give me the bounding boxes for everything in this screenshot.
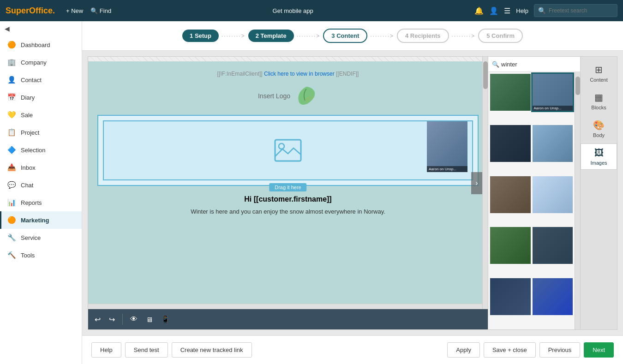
image-panel-vscroll[interactable] bbox=[575, 72, 580, 329]
new-button[interactable]: + New bbox=[66, 7, 83, 14]
app-logo: SuperOffice. bbox=[6, 6, 55, 16]
editor-area: › [[IF:InEmailClient]] Click here to vie… bbox=[82, 51, 623, 335]
sidebar-item-inbox[interactable]: 📥 Inbox bbox=[0, 159, 82, 176]
image-thumb-2[interactable]: Aaron on Unsp... bbox=[533, 74, 573, 111]
sidebar-item-tools[interactable]: 🔨 Tools bbox=[0, 246, 82, 264]
sidebar-item-service[interactable]: 🔧 Service bbox=[0, 229, 82, 246]
find-button[interactable]: 🔍 Find bbox=[90, 7, 111, 14]
toolbar-separator-1 bbox=[122, 314, 123, 325]
inbox-icon: 📥 bbox=[7, 163, 16, 172]
mobile-app-link[interactable]: Get mobile app bbox=[119, 7, 467, 14]
redo-button[interactable]: ↪ bbox=[106, 313, 118, 326]
next-button[interactable]: Next bbox=[584, 342, 614, 358]
menu-icon[interactable]: ☰ bbox=[504, 6, 510, 15]
search-input[interactable] bbox=[549, 7, 613, 14]
email-editor: › [[IF:InEmailClient]] Click here to vie… bbox=[88, 56, 488, 330]
image-grid-container: Aaron on Unsp... bbox=[488, 72, 580, 329]
editor-vscroll[interactable] bbox=[482, 57, 488, 309]
sidebar-item-project[interactable]: 📋 Project bbox=[0, 124, 82, 141]
step-confirm[interactable]: 5 Confirm bbox=[478, 29, 523, 43]
save-close-button[interactable]: Save + close bbox=[484, 342, 536, 358]
panel-body-button[interactable]: 🎨 Body bbox=[581, 116, 617, 142]
panel-content-button[interactable]: ⊞ Content bbox=[581, 60, 617, 86]
preview-button[interactable]: 👁 bbox=[127, 313, 140, 325]
avatar[interactable]: 👤 bbox=[489, 6, 498, 15]
image-thumb-8[interactable] bbox=[533, 227, 573, 264]
step-setup[interactable]: 1 Setup bbox=[182, 30, 219, 42]
sidebar-item-contact[interactable]: 👤 Contact bbox=[0, 71, 82, 89]
apply-button[interactable]: Apply bbox=[447, 342, 480, 358]
bottom-bar: Help Send test Create new tracked link A… bbox=[82, 335, 623, 364]
create-tracked-link-button[interactable]: Create new tracked link bbox=[172, 342, 252, 358]
image-thumb-3[interactable] bbox=[490, 125, 531, 162]
dashboard-icon: 🟠 bbox=[7, 41, 16, 49]
view-in-browser-link[interactable]: Click here to view in browser bbox=[264, 71, 335, 77]
email-header-bar: [[IF:InEmailClient]] Click here to view … bbox=[97, 71, 479, 77]
image-drop-zone[interactable]: Aaron on Unsp... Drag it here bbox=[97, 115, 479, 186]
if-tag-end: [[ENDIF]] bbox=[336, 71, 359, 77]
image-thumb-4[interactable] bbox=[533, 125, 573, 162]
top-navigation: SuperOffice. + New 🔍 Find Get mobile app… bbox=[0, 0, 623, 21]
panel-images-button[interactable]: 🖼 Images bbox=[581, 143, 617, 170]
sidebar-item-sale[interactable]: 💛 Sale bbox=[0, 106, 82, 124]
editor-scroll-area[interactable]: › [[IF:InEmailClient]] Click here to vie… bbox=[88, 57, 488, 309]
help-button[interactable]: Help bbox=[91, 342, 121, 358]
sidebar-item-reports[interactable]: 📊 Reports bbox=[0, 194, 82, 211]
sale-icon: 💛 bbox=[7, 111, 16, 119]
chat-icon: 💬 bbox=[7, 181, 16, 189]
blocks-panel-icon: ▦ bbox=[594, 92, 603, 103]
step-recipients[interactable]: 4 Recipients bbox=[397, 29, 449, 43]
email-body-paragraph: Winter is here and you can enjoy the sno… bbox=[97, 208, 479, 215]
content-panel-icon: ⊞ bbox=[595, 64, 603, 75]
sidebar-item-marketing[interactable]: 🟠 Marketing bbox=[0, 211, 82, 229]
diary-icon: 📅 bbox=[7, 93, 16, 101]
wizard-steps: 1 Setup ········> 2 Template ········> 3… bbox=[82, 21, 623, 51]
image-search-panel: 🔍 × Aaron on Unsp... bbox=[488, 56, 581, 330]
sidebar-item-dashboard[interactable]: 🟠 Dashboard bbox=[0, 36, 82, 54]
image-thumb-5[interactable] bbox=[490, 176, 531, 213]
reports-icon: 📊 bbox=[7, 198, 16, 207]
image-inner: Aaron on Unsp... bbox=[103, 120, 473, 180]
step-dots-1: ········> bbox=[222, 33, 246, 39]
overlay-image-1: Aaron on Unsp... bbox=[427, 121, 467, 172]
step-template[interactable]: 2 Template bbox=[248, 30, 294, 42]
desktop-view-button[interactable]: 🖥 bbox=[143, 314, 156, 325]
help-button[interactable]: Help bbox=[516, 7, 528, 14]
image-placeholder-icon bbox=[274, 139, 302, 162]
sidebar-item-selection[interactable]: 🔷 Selection bbox=[0, 141, 82, 159]
right-side-panel: ⊞ Content ▦ Blocks 🎨 Body 🖼 Images bbox=[581, 56, 617, 330]
editor-hscroll[interactable] bbox=[88, 304, 482, 309]
vscroll-thumb bbox=[483, 61, 488, 89]
sidebar-item-diary[interactable]: 📅 Diary bbox=[0, 89, 82, 106]
scroll-right-arrow[interactable]: › bbox=[471, 172, 482, 194]
page-content: 1 Setup ········> 2 Template ········> 3… bbox=[82, 21, 623, 364]
drag-here-label: Drag it here bbox=[269, 183, 306, 191]
panel-blocks-button[interactable]: ▦ Blocks bbox=[581, 88, 617, 114]
sidebar: ◀ 🟠 Dashboard 🏢 Company 👤 Contact 📅 Diar… bbox=[0, 21, 82, 364]
sidebar-collapse-button[interactable]: ◀ bbox=[0, 21, 82, 36]
step-content[interactable]: 3 Content bbox=[323, 29, 367, 43]
image-thumb-9[interactable] bbox=[490, 278, 531, 315]
images-panel-icon: 🖼 bbox=[594, 148, 604, 158]
image-thumb-6[interactable] bbox=[533, 176, 573, 213]
company-icon: 🏢 bbox=[7, 58, 16, 66]
send-test-button[interactable]: Send test bbox=[125, 342, 168, 358]
previous-button[interactable]: Previous bbox=[539, 342, 581, 358]
image-search-input[interactable] bbox=[501, 61, 579, 68]
image-search-bar: 🔍 × bbox=[488, 57, 580, 72]
mobile-view-button[interactable]: 📱 bbox=[158, 313, 173, 325]
image-thumb-10[interactable] bbox=[533, 278, 573, 315]
image-panel-vscroll-thumb bbox=[575, 77, 580, 95]
image-thumb-7[interactable] bbox=[490, 227, 531, 264]
sidebar-item-company[interactable]: 🏢 Company bbox=[0, 54, 82, 71]
image-credit-1: Aaron on Unsp... bbox=[427, 166, 467, 172]
image-thumb-1[interactable] bbox=[490, 74, 531, 111]
image-thumb-credit-2: Aaron on Unsp... bbox=[533, 106, 573, 111]
step-dots-2: ········> bbox=[297, 33, 321, 39]
notifications-icon[interactable]: 🔔 bbox=[474, 6, 484, 15]
top-nav-right: 🔔 👤 ☰ Help 🔍 bbox=[474, 4, 617, 17]
sidebar-item-chat[interactable]: 💬 Chat bbox=[0, 176, 82, 194]
undo-button[interactable]: ↩ bbox=[92, 313, 103, 326]
svg-point-1 bbox=[279, 143, 284, 149]
if-tag-start: [[IF:InEmailClient]] bbox=[217, 71, 263, 77]
